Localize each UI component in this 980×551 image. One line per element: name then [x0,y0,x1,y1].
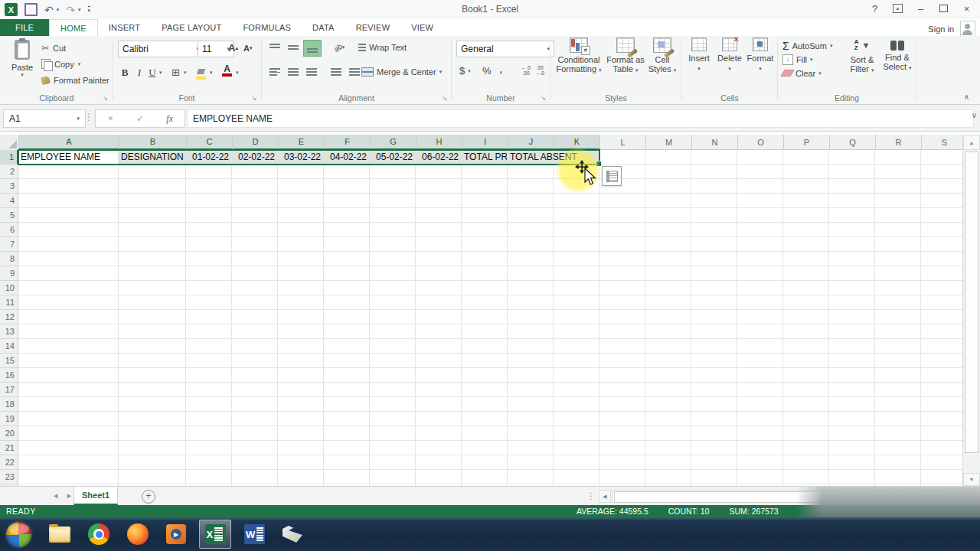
cell-R11[interactable] [875,295,921,310]
cell-O1[interactable] [737,150,783,165]
cell-K15[interactable] [554,354,599,368]
cell-Q19[interactable] [829,412,875,426]
cell-K20[interactable] [554,426,599,441]
cell-Q23[interactable] [829,470,875,484]
cell-A18[interactable] [18,397,119,412]
cell-S2[interactable] [921,165,963,179]
cell-K16[interactable] [554,368,599,383]
decrease-decimal-button[interactable]: .00→.0 [531,65,548,79]
cell-J3[interactable] [508,179,554,194]
cell-N12[interactable] [691,310,737,324]
column-header-C[interactable]: C [187,135,233,150]
cell-D16[interactable] [232,368,278,383]
find-select-dropdown-icon[interactable]: ▾ [909,65,912,70]
cell-O8[interactable] [737,252,783,266]
cell-R13[interactable] [875,324,921,339]
cell-P7[interactable] [783,237,829,252]
cell-N19[interactable] [691,412,737,426]
font-color-button[interactable]: A [222,63,232,79]
scroll-left-icon[interactable]: ◀ [599,490,611,503]
cell-N4[interactable] [691,194,737,208]
sign-in-link[interactable]: Sign in [928,24,954,34]
cell-E22[interactable] [278,455,324,470]
new-sheet-icon[interactable]: + [142,490,155,504]
cell-G20[interactable] [370,426,416,441]
media-player-icon[interactable]: ▶ [166,524,186,544]
cut-button[interactable]: ✂ Cut [41,41,66,55]
restore-icon[interactable] [933,1,954,16]
cell-C18[interactable] [186,397,232,412]
cell-O4[interactable] [737,194,783,208]
cell-M2[interactable] [645,165,691,179]
cell-A21[interactable] [18,441,119,455]
cell-C19[interactable] [186,412,232,426]
cell-F15[interactable] [324,354,370,368]
paste-options-button[interactable] [602,166,622,186]
cell-I2[interactable] [462,165,508,179]
cell-G5[interactable] [370,208,416,223]
tab-scrollbar-splitter[interactable]: ⋮ [586,491,596,501]
clear-button[interactable]: Clear ▾ [782,67,822,80]
fill-button[interactable]: ↓ Fill ▾ [782,53,813,66]
cell-H21[interactable] [416,441,462,455]
tab-home[interactable]: HOME [49,19,98,37]
cell-L7[interactable] [599,237,645,252]
cell-H22[interactable] [416,455,462,470]
cell-C13[interactable] [186,324,232,339]
cell-B20[interactable] [119,426,186,441]
cell-N8[interactable] [691,252,737,266]
tab-insert[interactable]: INSERT [98,19,151,36]
cell-L1[interactable] [599,150,645,165]
cell-H4[interactable] [416,194,462,208]
cell-G8[interactable] [370,252,416,266]
cell-O22[interactable] [737,455,783,470]
cell-O20[interactable] [737,426,783,441]
cell-M1[interactable] [645,150,691,165]
fill-color-button[interactable] [196,64,207,80]
ribbon-display-options-icon[interactable]: ▲ [887,1,908,16]
cell-F14[interactable] [324,339,370,354]
cell-J8[interactable] [508,252,554,266]
minimize-icon[interactable]: – [910,1,931,16]
cell-R17[interactable] [875,383,921,397]
cell-K19[interactable] [554,412,599,426]
cell-G17[interactable] [370,383,416,397]
close-icon[interactable]: × [956,1,977,16]
cell-G13[interactable] [370,324,416,339]
cell-A4[interactable] [18,194,119,208]
cell-P14[interactable] [783,339,829,354]
cell-R21[interactable] [875,441,921,455]
cell-O2[interactable] [737,165,783,179]
row-header-23[interactable]: 23 [0,470,18,484]
cell-J15[interactable] [508,354,554,368]
cell-E14[interactable] [278,339,324,354]
accounting-format-button[interactable]: $ ▾ [459,65,471,77]
row-header-19[interactable]: 19 [0,412,18,426]
row-header-18[interactable]: 18 [0,397,18,412]
cell-P20[interactable] [783,426,829,441]
cell-J21[interactable] [508,441,554,455]
cell-G16[interactable] [370,368,416,383]
cell-D19[interactable] [232,412,278,426]
cell-D14[interactable] [232,339,278,354]
cell-O10[interactable] [737,281,783,295]
cell-F11[interactable] [324,295,370,310]
cell-F8[interactable] [324,252,370,266]
cell-A19[interactable] [18,412,119,426]
cell-I20[interactable] [462,426,508,441]
delete-dropdown-icon[interactable]: ▾ [728,66,731,71]
merge-center-button[interactable]: Merge & Center ▾ [361,67,442,77]
cell-D20[interactable] [232,426,278,441]
cell-Q1[interactable] [829,150,875,165]
cell-G15[interactable] [370,354,416,368]
cell-F10[interactable] [324,281,370,295]
underline-dropdown-icon[interactable]: ▾ [159,70,162,76]
cell-E3[interactable] [278,179,324,194]
format-cells-button[interactable]: Format▾ [746,37,775,72]
cell-N17[interactable] [691,383,737,397]
cell-R20[interactable] [875,426,921,441]
cell-E20[interactable] [278,426,324,441]
cell-I6[interactable] [462,223,508,237]
cell-M5[interactable] [645,208,691,223]
cell-H13[interactable] [416,324,462,339]
